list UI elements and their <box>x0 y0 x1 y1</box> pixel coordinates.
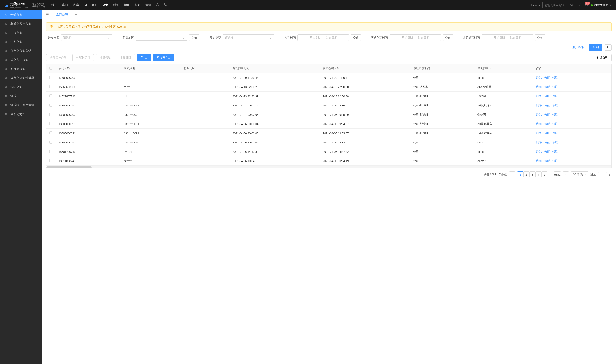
row-assign-link[interactable]: 分配 <box>544 104 550 107</box>
row-claim-link[interactable]: 领取 <box>552 159 558 163</box>
notification-icon[interactable]: 99+ <box>585 3 588 7</box>
batch-claim-button[interactable]: 批量领取 <box>96 54 115 61</box>
row-assign-link[interactable]: 分配 <box>544 159 550 163</box>
row-delete-link[interactable]: 删除 <box>536 159 542 163</box>
add-user-icon[interactable] <box>156 3 160 8</box>
row-assign-link[interactable]: 分配 <box>544 76 550 80</box>
sidebar-item-2[interactable]: 二咨公海 <box>0 28 42 38</box>
page-button-5[interactable]: 5 <box>541 171 547 178</box>
nav-item-4[interactable]: 客户 <box>92 3 98 7</box>
mobile-icon[interactable] <box>578 3 582 7</box>
sidebar-item-8[interactable]: 消防公海 <box>0 83 42 92</box>
row-checkbox[interactable] <box>50 76 52 79</box>
search-type-select[interactable]: 手机号码⌄ <box>525 2 543 8</box>
row-assign-link[interactable]: 分配 <box>544 150 550 154</box>
next-page-button[interactable]: › <box>563 171 569 178</box>
nav-item-8[interactable]: 报名 <box>135 3 141 7</box>
sidebar-item-9[interactable]: 测试 <box>0 92 42 101</box>
sidebar-item-4[interactable]: 自定义公海分组 <box>0 46 42 55</box>
row-checkbox[interactable] <box>50 150 52 153</box>
export-raw-button[interactable]: 不加密导出 <box>153 54 174 61</box>
page-button-3[interactable]: 3 <box>529 171 535 178</box>
region-select[interactable]: ⌄ <box>136 35 187 41</box>
row-claim-link[interactable]: 领取 <box>552 104 558 107</box>
row-delete-link[interactable]: 删除 <box>536 85 542 89</box>
nav-item-1[interactable]: 客服 <box>62 3 68 7</box>
create-time-empty-button[interactable]: 空值 <box>443 34 453 41</box>
nav-item-9[interactable]: 数据 <box>145 3 151 7</box>
nav-item-3[interactable]: IM <box>84 3 87 7</box>
row-assign-link[interactable]: 分配 <box>544 85 550 89</box>
last-call-range[interactable]: 开始日期~结束日期 <box>482 34 533 41</box>
nav-item-7[interactable]: 学服 <box>124 3 130 7</box>
row-claim-link[interactable]: 领取 <box>552 113 558 117</box>
sidebar-item-7[interactable]: 自定义公海过滤器 <box>0 74 42 83</box>
abandon-type-select[interactable]: 请选择⌄ <box>223 34 274 41</box>
row-claim-link[interactable]: 领取 <box>552 76 558 80</box>
source-select[interactable]: 请选择⌄ <box>61 34 113 41</box>
abandon-time-range[interactable]: 开始日期~结束日期 <box>297 34 349 41</box>
row-assign-link[interactable]: 分配 <box>544 94 550 98</box>
jump-input[interactable] <box>598 172 607 177</box>
sidebar-item-0[interactable]: 全部公海 <box>0 10 42 19</box>
search-icon[interactable] <box>568 2 575 8</box>
tabs-toggle-icon[interactable]: ☰ <box>45 13 51 16</box>
row-claim-link[interactable]: 领取 <box>552 141 558 144</box>
nav-item-2[interactable]: 线索 <box>73 3 79 7</box>
query-button[interactable]: 查 询 <box>589 44 603 51</box>
nav-item-5[interactable]: 公海 <box>102 3 108 7</box>
row-checkbox[interactable] <box>50 113 52 116</box>
sidebar-item-3[interactable]: 注安公海 <box>0 38 42 46</box>
row-claim-link[interactable]: 领取 <box>552 85 558 89</box>
sidebar-item-6[interactable]: 五月天公海 <box>0 65 42 74</box>
sidebar-item-5[interactable]: 成交客户公海 <box>0 55 42 65</box>
sidebar-item-10[interactable]: 测试昨日回库数据 <box>0 101 42 110</box>
tab-add-button[interactable]: + <box>72 11 80 18</box>
scrollbar-thumb[interactable] <box>46 166 92 168</box>
page-button-1[interactable]: 1 <box>517 171 523 178</box>
row-delete-link[interactable]: 删除 <box>536 141 542 144</box>
row-delete-link[interactable]: 删除 <box>536 150 542 154</box>
row-checkbox[interactable] <box>50 94 52 97</box>
row-assign-link[interactable]: 分配 <box>544 113 550 117</box>
row-assign-link[interactable]: 分配 <box>544 131 550 135</box>
user-menu[interactable]: 机构管理员 ▾ <box>591 3 612 7</box>
phone-icon[interactable] <box>163 3 167 8</box>
row-checkbox[interactable] <box>50 85 52 88</box>
batch-delete-button[interactable]: 批量删除 <box>116 54 135 61</box>
page-button-2[interactable]: 2 <box>523 171 529 178</box>
abandon-time-empty-button[interactable]: 空值 <box>351 34 361 41</box>
row-claim-link[interactable]: 领取 <box>552 131 558 135</box>
logo[interactable]: ☁ 云朵CRM www.yunduocrm.com 教育机构一站 式服务云平台 <box>4 2 45 9</box>
nav-item-6[interactable]: 财务 <box>113 3 119 7</box>
row-assign-link[interactable]: 分配 <box>544 122 550 126</box>
export-button[interactable]: 导 出 <box>137 54 151 61</box>
page-size-select[interactable]: 10 条/页 ⌄ <box>571 171 588 178</box>
prev-page-button[interactable]: ‹ <box>509 171 515 178</box>
row-delete-link[interactable]: 删除 <box>536 94 542 98</box>
create-time-range[interactable]: 开始日期~结束日期 <box>389 34 441 41</box>
nav-item-0[interactable]: 推广 <box>51 3 57 7</box>
horizontal-scrollbar[interactable] <box>46 166 612 168</box>
region-empty-button[interactable]: 空值 <box>189 34 199 41</box>
last-page-button[interactable]: 6882 <box>554 171 561 178</box>
row-checkbox[interactable] <box>50 122 52 125</box>
row-delete-link[interactable]: 删除 <box>536 104 542 107</box>
sidebar-item-11[interactable]: 全部公海2 <box>0 110 42 119</box>
sidebar-item-1[interactable]: 非成交客户公海 <box>0 19 42 28</box>
row-delete-link[interactable]: 删除 <box>536 122 542 126</box>
row-checkbox[interactable] <box>50 131 52 134</box>
row-checkbox[interactable] <box>50 104 52 107</box>
row-claim-link[interactable]: 领取 <box>552 122 558 126</box>
tab-all-public[interactable]: 全部公海 <box>52 11 72 19</box>
row-delete-link[interactable]: 删除 <box>536 131 542 135</box>
expand-filters-link[interactable]: 展开条件 ⌄ <box>572 45 587 49</box>
row-checkbox[interactable] <box>50 141 52 144</box>
set-columns-button[interactable]: ⚙ 设置列 <box>592 54 612 61</box>
search-input[interactable] <box>543 2 568 8</box>
select-all-checkbox[interactable] <box>50 67 52 70</box>
page-button-4[interactable]: 4 <box>535 171 541 178</box>
row-delete-link[interactable]: 删除 <box>536 113 542 117</box>
row-claim-link[interactable]: 领取 <box>552 150 558 154</box>
row-assign-link[interactable]: 分配 <box>544 141 550 144</box>
